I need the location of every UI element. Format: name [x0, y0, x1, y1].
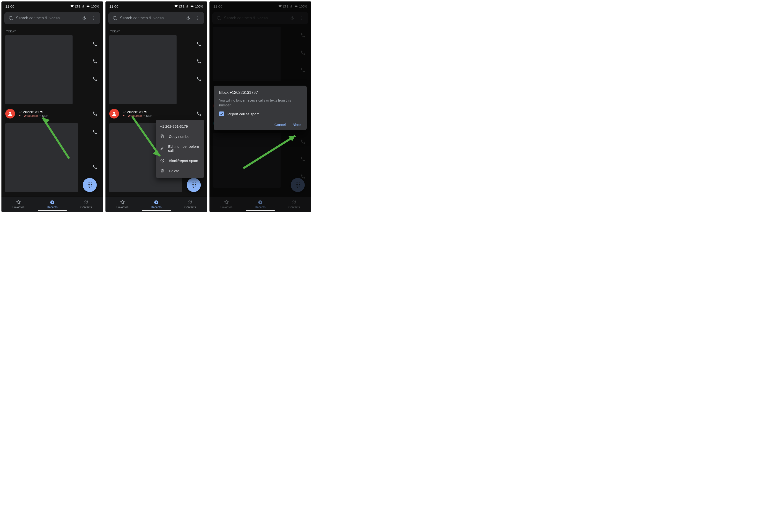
ctx-delete[interactable]: Delete — [156, 166, 204, 176]
redacted-block — [109, 35, 177, 104]
section-today: TODAY — [105, 27, 207, 34]
tab-contacts: Contacts — [277, 197, 311, 212]
tab-recents[interactable]: Recents — [35, 197, 69, 212]
call-button[interactable] — [90, 164, 100, 170]
status-battery: 100% — [91, 5, 99, 8]
search-icon — [110, 15, 120, 21]
missed-call-icon — [19, 114, 22, 118]
screen-recents: 11:00 LTE 100% Search contacts & places … — [1, 1, 103, 212]
status-bar: 11:00 LTE 100% — [105, 1, 207, 10]
home-indicator[interactable] — [142, 210, 171, 211]
tab-recents: Recents — [243, 197, 277, 212]
search-bar[interactable]: Search contacts & places — [4, 12, 100, 24]
person-icon — [7, 111, 13, 117]
redacted-block — [5, 35, 73, 104]
overflow-button[interactable] — [193, 16, 203, 21]
search-placeholder: Search contacts & places — [16, 16, 79, 20]
call-button[interactable] — [90, 59, 100, 64]
dialog-cancel-button[interactable]: Cancel — [275, 123, 286, 127]
call-button[interactable] — [194, 41, 204, 47]
dialpad-icon — [87, 181, 93, 189]
report-spam-checkbox[interactable]: Report call as spam — [219, 111, 301, 116]
signal-icon — [82, 5, 85, 8]
battery-icon — [86, 5, 90, 8]
call-button[interactable] — [90, 111, 100, 116]
status-icons: LTE 100% — [70, 4, 99, 8]
contacts-icon — [83, 200, 89, 205]
context-menu-title: +1 262-261-3179 — [156, 122, 204, 131]
home-indicator[interactable] — [246, 210, 275, 211]
ctx-copy-number[interactable]: Copy number — [156, 131, 204, 141]
call-location: Wisconsin — [24, 114, 38, 118]
block-dialog: Block +12622613179? You will no longer r… — [214, 86, 307, 130]
tab-favorites: Favorites — [209, 197, 243, 212]
person-icon — [111, 111, 117, 117]
status-time: 11:00 — [109, 4, 119, 8]
search-bar[interactable]: Search contacts & places — [108, 12, 204, 24]
copy-icon — [160, 134, 164, 139]
call-button[interactable] — [194, 76, 204, 81]
pencil-icon — [160, 146, 164, 151]
tab-favorites[interactable]: Favorites — [105, 197, 139, 212]
dialog-title: Block +12622613179? — [219, 90, 301, 95]
mic-button[interactable] — [183, 16, 193, 21]
dialog-block-button[interactable]: Block — [292, 123, 301, 127]
status-bar: 11:00 LTE 100% — [1, 1, 103, 10]
status-icons: LTE 100% — [174, 4, 203, 8]
star-icon — [16, 200, 21, 205]
bottom-nav: Favorites Recents Contacts — [105, 197, 207, 212]
avatar-unknown — [5, 109, 15, 118]
redacted-block — [5, 123, 78, 192]
call-button[interactable] — [194, 59, 204, 64]
call-number: +12622613179 — [19, 110, 86, 114]
checkbox-icon — [219, 111, 224, 116]
home-indicator[interactable] — [38, 210, 67, 211]
context-menu: +1 262-261-3179 Copy number Edit number … — [156, 120, 204, 178]
screen-block-dialog: 11:00 LTE 100% Search contacts & places … — [209, 1, 311, 212]
tab-contacts[interactable]: Contacts — [173, 197, 207, 212]
dialog-body: You will no longer receive calls or text… — [219, 98, 301, 108]
avatar-unknown — [109, 109, 119, 118]
call-day: Mon — [42, 114, 48, 118]
battery-icon — [190, 5, 194, 8]
ctx-edit-number[interactable]: Edit number before call — [156, 141, 204, 155]
screen-context-menu: 11:00 LTE 100% Search contacts & places … — [105, 1, 207, 212]
wifi-icon — [70, 4, 74, 8]
section-today: TODAY — [1, 27, 103, 34]
call-row-spam[interactable]: +12622613179 Wisconsin • Mon — [1, 105, 103, 122]
signal-icon — [186, 5, 189, 8]
dialpad-fab[interactable] — [83, 178, 97, 192]
tab-favorites[interactable]: Favorites — [1, 197, 35, 212]
tab-contacts[interactable]: Contacts — [69, 197, 103, 212]
tab-recents[interactable]: Recents — [139, 197, 173, 212]
mic-button[interactable] — [79, 16, 89, 21]
block-icon — [160, 158, 164, 163]
clock-icon — [50, 200, 55, 205]
dialpad-fab[interactable] — [187, 178, 201, 192]
call-number: +12622613179 — [123, 110, 190, 114]
trash-icon — [160, 169, 164, 173]
call-button[interactable] — [90, 41, 100, 47]
call-button[interactable] — [194, 111, 204, 116]
missed-call-icon — [123, 114, 126, 118]
bottom-nav: Favorites Recents Contacts — [1, 197, 103, 212]
status-time: 11:00 — [5, 4, 15, 8]
status-network: LTE — [75, 5, 81, 8]
call-button[interactable] — [90, 129, 100, 135]
bottom-nav: Favorites Recents Contacts — [209, 197, 311, 212]
call-button[interactable] — [90, 76, 100, 81]
ctx-block-spam[interactable]: Block/report spam — [156, 155, 204, 166]
dialpad-icon — [191, 181, 197, 189]
wifi-icon — [174, 4, 178, 8]
search-icon — [6, 15, 16, 21]
overflow-button[interactable] — [89, 16, 99, 21]
